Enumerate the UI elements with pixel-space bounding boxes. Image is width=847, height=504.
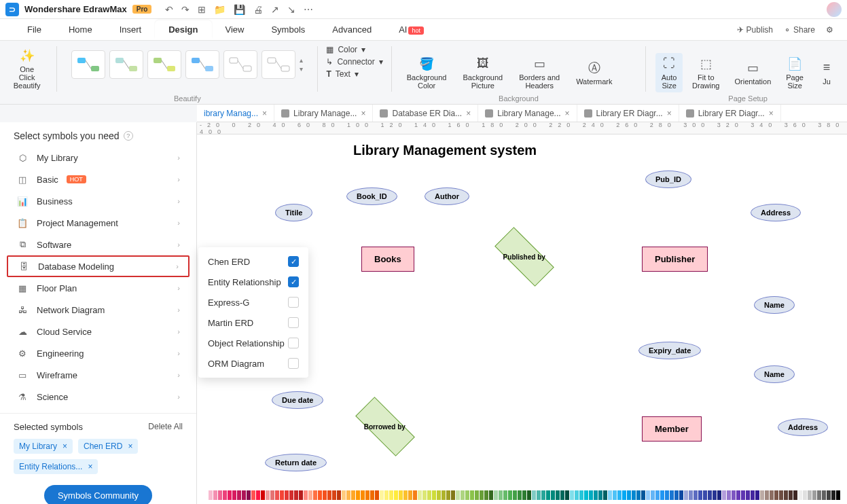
color-swatch[interactable] [256, 490, 260, 500]
color-swatch[interactable] [437, 490, 441, 500]
watermark-button[interactable]: ⒶWatermark [571, 57, 617, 88]
menu-ai[interactable]: AIhot [385, 20, 437, 39]
close-icon[interactable]: × [667, 109, 672, 118]
color-swatch[interactable] [537, 490, 541, 500]
color-swatch[interactable] [461, 490, 465, 500]
print-icon[interactable]: 🖨 [253, 4, 263, 15]
color-swatch[interactable] [608, 490, 612, 500]
symbol-category-cloud-service[interactable]: ☁Cloud Service› [0, 321, 196, 342]
color-swatch[interactable] [817, 490, 821, 500]
color-swatch[interactable] [332, 490, 336, 500]
text-dropdown[interactable]: TText ▾ [326, 69, 382, 79]
color-dropdown[interactable]: ▦Color ▾ [326, 45, 382, 54]
open-icon[interactable]: 📁 [214, 4, 226, 15]
flyout-item-chen-erd[interactable]: Chen ERD✓ [198, 251, 308, 272]
doc-tab-2[interactable]: Library Manage...× [274, 105, 373, 122]
color-swatch[interactable] [774, 490, 778, 500]
borders-button[interactable]: ▭Borders and Headers [513, 53, 565, 92]
page-size-button[interactable]: 📄Page Size [780, 53, 809, 92]
color-swatch[interactable] [365, 490, 370, 500]
attr-pub-id[interactable]: Pub_ID [645, 170, 691, 188]
connector-dropdown[interactable]: ↳Connector ▾ [326, 57, 382, 67]
color-swatch[interactable] [294, 490, 298, 500]
color-swatch[interactable] [499, 490, 503, 500]
color-swatch[interactable] [441, 490, 446, 500]
color-swatch[interactable] [394, 490, 398, 500]
fit-drawing-button[interactable]: ⬚Fit to Drawing [687, 53, 725, 92]
color-swatch[interactable] [784, 490, 788, 500]
color-swatch[interactable] [594, 490, 598, 500]
color-swatch[interactable] [470, 490, 474, 500]
color-swatch[interactable] [475, 490, 479, 500]
share-button[interactable]: ⚬Share [784, 25, 815, 35]
color-swatch[interactable] [689, 490, 693, 500]
color-swatch[interactable] [337, 490, 341, 500]
symbol-category-software[interactable]: ⧉Software› [0, 234, 196, 255]
color-swatch[interactable] [551, 490, 555, 500]
diagram-title[interactable]: Library Management system [353, 143, 537, 158]
attr-name-1[interactable]: Name [754, 296, 795, 314]
color-swatch[interactable] [760, 490, 764, 500]
color-swatch[interactable] [570, 490, 574, 500]
auto-size-button[interactable]: ⛶Auto Size [655, 53, 683, 92]
color-swatch[interactable] [384, 490, 389, 500]
color-swatch[interactable] [213, 490, 217, 500]
orientation-button[interactable]: ▭Orientation [729, 57, 776, 88]
close-icon[interactable]: × [262, 109, 267, 118]
symbol-category-floor-plan[interactable]: ▦Floor Plan› [0, 277, 196, 299]
attr-book-id[interactable]: Book_ID [346, 187, 397, 205]
attr-title[interactable]: Titile [275, 204, 312, 221]
color-swatch[interactable] [603, 490, 607, 500]
checkbox[interactable] [288, 317, 299, 328]
color-swatch[interactable] [746, 490, 750, 500]
color-swatch[interactable] [751, 490, 755, 500]
symbol-category-database-modeling[interactable]: 🗄Database Modeling› [7, 255, 190, 277]
color-swatch[interactable] [836, 490, 840, 500]
color-swatch[interactable] [541, 490, 545, 500]
color-swatch[interactable] [732, 490, 736, 500]
color-swatch[interactable] [513, 490, 517, 500]
attr-address-1[interactable]: Address [751, 204, 801, 221]
color-swatch[interactable] [532, 490, 536, 500]
color-swatch[interactable] [831, 490, 835, 500]
attr-return-date[interactable]: Return date [265, 454, 327, 471]
color-swatch[interactable] [632, 490, 636, 500]
checkbox[interactable]: ✓ [288, 256, 299, 267]
entity-publisher[interactable]: Publisher [642, 247, 708, 272]
color-swatch[interactable] [579, 490, 583, 500]
color-swatch[interactable] [503, 490, 507, 500]
color-swatch[interactable] [261, 490, 265, 500]
theme-swatch-5[interactable] [223, 50, 257, 79]
color-swatch[interactable] [808, 490, 812, 500]
justify-button[interactable]: ≡Ju [813, 57, 840, 88]
menu-design[interactable]: Design [155, 20, 211, 39]
attr-address-2[interactable]: Address [778, 418, 828, 436]
delete-all-button[interactable]: Delete All [148, 422, 183, 432]
color-swatch[interactable] [204, 490, 208, 500]
color-swatch[interactable] [755, 490, 759, 500]
color-swatch[interactable] [228, 490, 232, 500]
symbol-category-science[interactable]: ⚗Science› [0, 386, 196, 408]
color-swatch[interactable] [308, 490, 312, 500]
attr-author[interactable]: Author [425, 187, 469, 205]
color-swatch[interactable] [285, 490, 289, 500]
color-swatch[interactable] [636, 490, 641, 500]
color-swatch[interactable] [822, 490, 826, 500]
symbol-category-business[interactable]: 📊Business› [0, 190, 196, 212]
color-swatch[interactable] [247, 490, 251, 500]
color-swatch[interactable] [422, 490, 427, 500]
color-swatch[interactable] [827, 490, 831, 500]
symbol-category-wireframe[interactable]: ▭Wireframe› [0, 364, 196, 386]
redo-icon[interactable]: ↷ [181, 4, 190, 15]
color-swatch[interactable] [522, 490, 526, 500]
checkbox[interactable]: ✓ [288, 276, 299, 287]
chip-close-icon[interactable]: × [88, 462, 92, 471]
color-swatch[interactable] [646, 490, 650, 500]
color-swatch[interactable] [770, 490, 774, 500]
color-swatch[interactable] [370, 490, 374, 500]
menu-symbols[interactable]: Symbols [257, 20, 319, 39]
color-swatch[interactable] [575, 490, 579, 500]
color-swatch[interactable] [622, 490, 626, 500]
entity-books[interactable]: Books [361, 247, 414, 272]
color-swatch[interactable] [703, 490, 707, 500]
